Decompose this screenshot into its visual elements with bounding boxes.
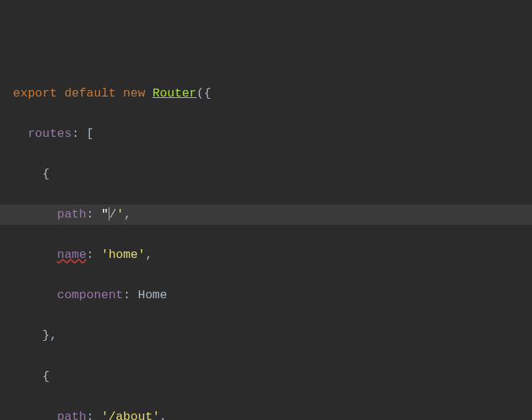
prop-routes: routes bbox=[27, 127, 71, 140]
prop-component: component bbox=[57, 288, 123, 302]
code-line-3[interactable]: { bbox=[0, 164, 532, 184]
code-line-6[interactable]: component: Home bbox=[0, 285, 532, 305]
keyword-new: new bbox=[123, 86, 145, 100]
prop-path-2: path bbox=[57, 410, 86, 420]
code-line-4-active[interactable]: path: "/', bbox=[0, 205, 532, 225]
code-line-2[interactable]: routes: [ bbox=[0, 124, 532, 144]
code-line-1[interactable]: export default new Router({ bbox=[0, 84, 532, 104]
prop-path: path bbox=[57, 207, 86, 221]
keyword-default: default bbox=[64, 86, 115, 100]
text-cursor bbox=[109, 207, 109, 220]
prop-name: name bbox=[57, 248, 86, 262]
keyword-export: export bbox=[13, 86, 57, 100]
code-line-5[interactable]: name: 'home', bbox=[0, 245, 532, 265]
paren-open: ({ bbox=[197, 86, 211, 100]
code-line-9[interactable]: path: '/about', bbox=[0, 407, 532, 420]
code-line-7[interactable]: }, bbox=[0, 326, 532, 346]
code-line-8[interactable]: { bbox=[0, 367, 532, 387]
class-router: Router bbox=[153, 86, 197, 100]
